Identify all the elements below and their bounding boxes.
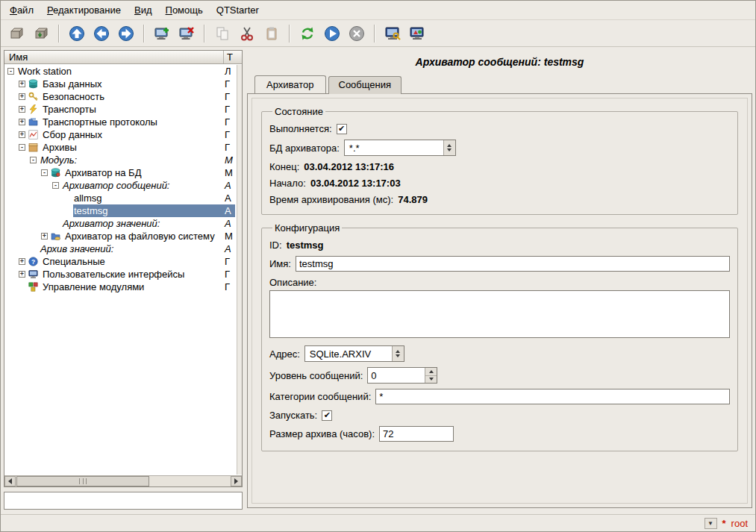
tree-item-label: Архиватор на БД — [64, 167, 143, 178]
tab-page-inner: Состояние Выполняется: БД архиватора: *.… — [252, 98, 748, 504]
tree-filter-input[interactable] — [4, 492, 243, 510]
running-checkbox[interactable] — [337, 124, 347, 134]
start-button[interactable] — [321, 22, 343, 45]
menu-view[interactable]: Вид — [128, 2, 158, 18]
tree-item-label: Архивы — [42, 142, 79, 153]
current-user-label[interactable]: root — [731, 518, 748, 529]
address-combobox[interactable]: SQLite.ARXIV — [304, 345, 404, 362]
tree-row[interactable]: + Базы данныхГ — [4, 78, 242, 90]
combo-arrows-icon[interactable] — [392, 346, 404, 361]
up-button[interactable] — [66, 22, 88, 45]
scroll-left-button[interactable] — [4, 476, 16, 486]
expander-icon[interactable]: - — [19, 144, 25, 151]
tree-row[interactable]: allmsgА — [4, 192, 242, 204]
name-input[interactable] — [296, 256, 730, 272]
expander-icon[interactable]: + — [19, 93, 25, 100]
expander-icon[interactable]: - — [30, 157, 37, 163]
to-start-label: Запускать: — [269, 410, 317, 421]
tree-row[interactable]: Архив значений:А — [4, 242, 242, 255]
paste-item-button[interactable] — [260, 22, 283, 45]
expander-icon[interactable]: + — [19, 131, 25, 138]
refresh-icon — [299, 25, 316, 42]
to-start-checkbox[interactable] — [322, 410, 332, 421]
tree-item-label: allmsg — [73, 193, 104, 204]
archive-size-input[interactable] — [379, 426, 454, 442]
tree-row[interactable]: - АрхивыГ — [4, 141, 242, 154]
content-panel: Архиватор сообщений: testmsg Архиватор С… — [247, 50, 752, 510]
tree-row[interactable]: - Work stationЛ — [4, 65, 242, 78]
description-textarea[interactable] — [269, 290, 730, 338]
tree-row[interactable]: + БезопасностьГ — [4, 90, 242, 103]
spin-down-icon[interactable] — [425, 376, 437, 384]
message-level-label: Уровень сообщений: — [269, 370, 363, 381]
expander-icon[interactable]: - — [7, 68, 14, 75]
menu-file[interactable]: Файл — [4, 2, 40, 18]
tree-row[interactable]: + ? СпециальныеГ — [4, 255, 242, 268]
forward-button[interactable] — [115, 22, 137, 45]
archiver-db-combobox[interactable]: *.* — [344, 140, 456, 156]
archiver-db-value: *.* — [345, 140, 443, 155]
tab-messages[interactable]: Сообщения — [328, 76, 402, 94]
stop-button[interactable] — [346, 22, 368, 45]
tree-row[interactable]: + ТранспортыГ — [4, 103, 242, 116]
copy-item-button[interactable] — [211, 22, 234, 45]
menu-help[interactable]: Помощь — [160, 2, 209, 18]
scrollbar-thumb[interactable] — [16, 476, 149, 486]
tree-item-label: Безопасность — [42, 91, 107, 102]
tree-row[interactable]: + Пользовательские интерфейсыГ — [4, 268, 242, 281]
vertical-scrollbar[interactable] — [237, 65, 242, 475]
message-level-spinbox[interactable] — [367, 367, 437, 384]
spin-up-icon[interactable] — [425, 368, 437, 376]
up-icon — [69, 25, 85, 42]
tree-row[interactable]: Архиватор значений:А — [4, 217, 242, 230]
tree-row[interactable]: + Архиватор на файловую системуМ — [4, 230, 242, 242]
horizontal-scrollbar[interactable] — [4, 475, 242, 486]
tree-item-type: Г — [225, 116, 235, 128]
tree-row[interactable]: + Транспортные протоколыГ — [4, 116, 242, 128]
refresh-button[interactable] — [296, 22, 319, 45]
tree-item-type: М — [225, 231, 235, 242]
add-item-button[interactable] — [151, 22, 173, 45]
tab-archiver[interactable]: Архиватор — [254, 75, 326, 93]
expander-icon[interactable]: - — [41, 169, 48, 176]
back-button[interactable] — [90, 22, 113, 45]
menu-qtstarter[interactable]: QTStarter — [210, 2, 265, 18]
tree-row[interactable]: - Архиватор на БДМ — [4, 166, 242, 179]
expander-icon[interactable]: + — [19, 106, 25, 113]
tree-row[interactable]: - Модуль:М — [4, 154, 242, 166]
column-header-name[interactable]: Имя — [4, 51, 224, 63]
menu-edit[interactable]: Редактирование — [41, 2, 127, 18]
configurator-button[interactable] — [381, 22, 404, 45]
save-button[interactable] — [30, 22, 52, 45]
end-label: Конец: — [269, 161, 299, 172]
modified-flag: * — [722, 518, 726, 529]
name-label: Имя: — [269, 258, 291, 269]
load-button[interactable] — [5, 22, 28, 45]
tree-row[interactable]: Управление модулямиГ — [4, 281, 242, 293]
tree-row[interactable]: + Сбор данныхГ — [4, 128, 242, 141]
tree-item-type: Г — [225, 281, 235, 292]
message-categories-input[interactable] — [375, 389, 730, 404]
delete-item-button[interactable] — [175, 22, 198, 45]
expander-icon[interactable]: + — [41, 233, 48, 240]
column-header-type[interactable]: Т — [224, 51, 242, 63]
archiving-time-value: 74.879 — [398, 194, 428, 205]
scroll-right-button[interactable] — [231, 476, 242, 486]
vision-button[interactable] — [406, 22, 428, 45]
expander-icon[interactable]: - — [52, 182, 59, 189]
archiving-time-label: Время архивирования (мс): — [269, 194, 393, 205]
expander-icon[interactable]: + — [19, 81, 25, 87]
begin-value: 03.04.2012 13:17:03 — [310, 178, 401, 189]
combo-arrows-icon[interactable] — [443, 140, 455, 155]
scrollbar-track[interactable] — [16, 476, 231, 486]
expander-icon[interactable]: + — [19, 271, 25, 278]
scrollbar-grip-icon — [79, 478, 87, 484]
message-level-input[interactable] — [368, 368, 425, 383]
tree-row-selected[interactable]: testmsgА — [4, 204, 242, 217]
status-dropdown-button[interactable]: ▼ — [705, 518, 717, 529]
expander-icon[interactable]: + — [19, 119, 25, 125]
page-title: Архиватор сообщений: testmsg — [247, 56, 752, 68]
tree-row[interactable]: - Архиватор сообщений:А — [4, 179, 242, 192]
expander-icon[interactable]: + — [19, 258, 25, 265]
cut-item-button[interactable] — [236, 22, 258, 45]
